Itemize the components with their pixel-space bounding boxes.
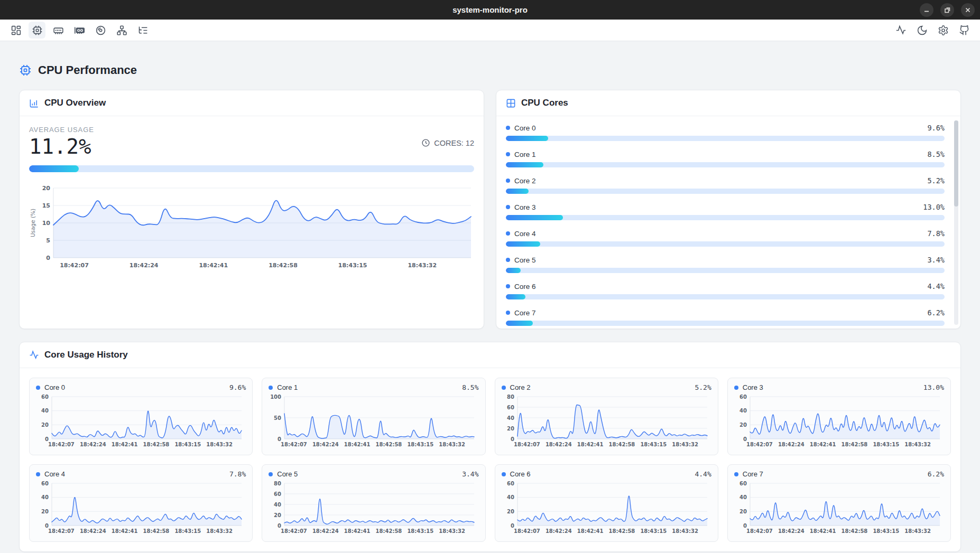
- mini-line-chart: 020406018:42:0718:42:2418:42:4118:42:581…: [734, 480, 944, 535]
- svg-text:80: 80: [507, 394, 514, 400]
- core-row: Core 76.2%: [506, 305, 945, 329]
- gpu-card-icon: [74, 25, 85, 36]
- svg-text:18:42:58: 18:42:58: [841, 442, 867, 447]
- svg-text:18:42:41: 18:42:41: [809, 528, 836, 534]
- svg-text:60: 60: [507, 405, 514, 410]
- activity-pulse-icon: [29, 350, 39, 360]
- core-name: Core 0: [514, 124, 536, 132]
- storage-tab-button[interactable]: [92, 22, 109, 39]
- svg-text:0: 0: [511, 436, 514, 442]
- page-heading: CPU Performance: [19, 63, 961, 77]
- mini-core-name: Core 3: [743, 383, 763, 391]
- svg-text:18:42:24: 18:42:24: [312, 528, 339, 534]
- svg-text:18:42:41: 18:42:41: [199, 262, 228, 269]
- svg-text:18:42:07: 18:42:07: [514, 528, 540, 534]
- svg-text:18:42:41: 18:42:41: [809, 442, 836, 447]
- cores-scrollbar-thumb[interactable]: [954, 120, 958, 207]
- github-icon: [959, 25, 970, 36]
- mini-chart-grid: Core 09.6%020406018:42:0718:42:2418:42:4…: [29, 378, 951, 542]
- core-bar-fill: [506, 189, 529, 194]
- cpu-overview-title: CPU Overview: [44, 98, 106, 108]
- core-percent: 7.8%: [927, 229, 945, 238]
- mini-line-chart: 020406018:42:0718:42:2418:42:4118:42:581…: [502, 480, 711, 535]
- dashboard-tab-button[interactable]: [7, 22, 24, 39]
- top-row: CPU Overview AVERAGE USAGE 11.2% CORES: …: [19, 90, 961, 329]
- mini-chart-card: Core 18.5%05010018:42:0718:42:2418:42:41…: [262, 378, 485, 455]
- grid-icon: [506, 98, 516, 108]
- core-row: Core 25.2%: [506, 173, 945, 200]
- core-dot: [269, 386, 273, 390]
- core-row: Core 53.4%: [506, 252, 945, 279]
- svg-text:18:43:15: 18:43:15: [640, 442, 667, 447]
- core-percent: 6.2%: [927, 308, 945, 317]
- core-dot: [502, 386, 506, 390]
- mini-line-chart: 020406018:42:0718:42:2418:42:4118:42:581…: [734, 393, 944, 448]
- svg-text:20: 20: [274, 512, 281, 518]
- core-dot: [269, 472, 273, 476]
- titlebar: system-monitor-pro: [0, 0, 980, 20]
- mini-core-percent: 5.2%: [695, 383, 711, 391]
- svg-text:80: 80: [274, 481, 281, 486]
- close-button[interactable]: [961, 3, 975, 17]
- svg-text:18:42:41: 18:42:41: [112, 528, 138, 534]
- svg-text:20: 20: [507, 426, 514, 432]
- activity-button[interactable]: [892, 22, 909, 39]
- cores-count-chip: CORES: 12: [421, 138, 474, 147]
- core-dot: [506, 152, 510, 156]
- svg-text:0: 0: [278, 523, 281, 529]
- svg-text:18:42:07: 18:42:07: [48, 528, 75, 534]
- svg-text:40: 40: [739, 494, 747, 500]
- svg-text:18:43:32: 18:43:32: [439, 528, 465, 534]
- gear-icon: [938, 25, 949, 36]
- minimize-button[interactable]: [920, 3, 933, 17]
- svg-text:18:43:15: 18:43:15: [174, 442, 201, 447]
- svg-text:60: 60: [739, 481, 747, 486]
- mini-chart-card: Core 25.2%02040608018:42:0718:42:2418:42…: [495, 378, 718, 455]
- core-bar-track: [506, 321, 945, 326]
- svg-text:18:42:07: 18:42:07: [746, 442, 773, 447]
- cpu-tab-button[interactable]: [29, 22, 45, 39]
- svg-text:18:42:24: 18:42:24: [130, 262, 159, 269]
- svg-text:18:42:58: 18:42:58: [841, 528, 867, 534]
- svg-text:60: 60: [274, 491, 281, 497]
- memory-tab-button[interactable]: [50, 22, 67, 39]
- mini-core-percent: 4.4%: [695, 470, 711, 478]
- svg-text:Usage (%): Usage (%): [30, 209, 36, 237]
- cores-scrollbar[interactable]: [954, 120, 958, 325]
- svg-text:50: 50: [274, 415, 281, 421]
- svg-text:18:43:15: 18:43:15: [640, 528, 667, 534]
- mini-core-percent: 6.2%: [928, 470, 944, 478]
- svg-text:18:42:58: 18:42:58: [376, 528, 402, 534]
- svg-text:20: 20: [41, 509, 49, 514]
- restore-icon: [944, 6, 951, 14]
- core-dot: [36, 386, 40, 390]
- memory-stick-icon: [53, 25, 64, 36]
- network-tab-button[interactable]: [113, 22, 130, 39]
- mini-line-chart: 02040608018:42:0718:42:2418:42:4118:42:5…: [269, 480, 478, 535]
- maximize-button[interactable]: [940, 3, 954, 17]
- svg-text:0: 0: [743, 436, 747, 442]
- mini-core-name: Core 0: [44, 383, 65, 391]
- core-percent: 5.2%: [927, 176, 945, 185]
- mini-core-name: Core 6: [510, 470, 531, 478]
- mini-line-chart: 020406018:42:0718:42:2418:42:4118:42:581…: [36, 393, 246, 448]
- theme-toggle-button[interactable]: [913, 22, 930, 39]
- svg-text:0: 0: [743, 523, 747, 529]
- core-usage-history-header: Core Usage History: [20, 342, 960, 368]
- clock-icon: [421, 138, 430, 147]
- svg-text:60: 60: [739, 394, 747, 400]
- settings-button[interactable]: [935, 22, 951, 39]
- core-row: Core 47.8%: [506, 226, 945, 252]
- close-icon: [964, 6, 972, 14]
- svg-text:40: 40: [507, 415, 514, 421]
- github-button[interactable]: [956, 22, 973, 39]
- mini-core-percent: 3.4%: [462, 470, 478, 478]
- core-dot: [506, 231, 510, 236]
- core-dot: [506, 311, 510, 315]
- core-bar-fill: [506, 162, 543, 167]
- svg-text:18:42:24: 18:42:24: [80, 442, 106, 447]
- processes-tab-button[interactable]: [134, 22, 151, 39]
- cpu-cores-title: CPU Cores: [521, 98, 568, 108]
- gpu-tab-button[interactable]: [71, 22, 88, 39]
- svg-text:0: 0: [45, 523, 49, 529]
